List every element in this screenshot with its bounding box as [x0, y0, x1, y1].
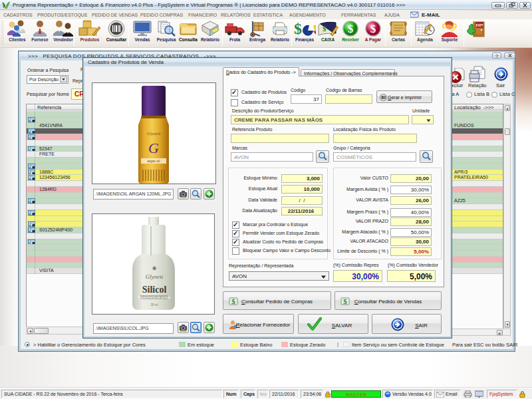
- svg-text:EXIT: EXIT: [475, 23, 483, 27]
- svg-text:Glynett: Glynett: [146, 273, 164, 280]
- svg-text:G: G: [148, 140, 159, 156]
- svg-text:$: $: [370, 23, 376, 35]
- svg-text:$: $: [348, 23, 354, 35]
- svg-text:Glynett: Glynett: [147, 131, 162, 136]
- svg-text:?: ?: [495, 53, 499, 58]
- svg-text:❀: ❀: [152, 265, 157, 271]
- svg-text:Silicol: Silicol: [142, 285, 167, 295]
- svg-text:hiquecimento de pontas: hiquecimento de pontas: [138, 296, 171, 299]
- svg-text:argan oil: argan oil: [147, 159, 160, 163]
- svg-text:$: $: [323, 25, 327, 33]
- svg-text:30 ml: 30 ml: [150, 303, 158, 307]
- svg-text:$: $: [294, 20, 302, 37]
